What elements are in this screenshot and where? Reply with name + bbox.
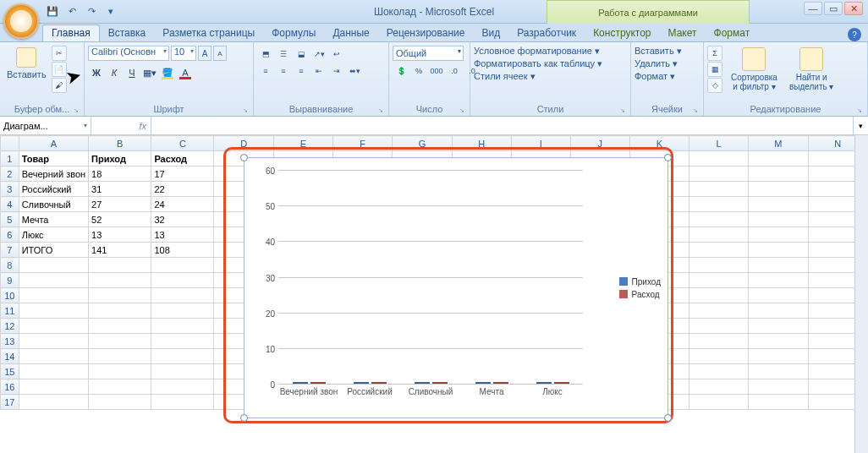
formula-bar-expand[interactable]: ▾ xyxy=(853,117,868,134)
row-header[interactable]: 16 xyxy=(1,379,19,395)
cell[interactable]: 24 xyxy=(151,197,214,212)
cell[interactable]: 22 xyxy=(151,182,214,197)
chart-resize-handle[interactable] xyxy=(240,414,248,422)
row-header[interactable]: 2 xyxy=(1,166,19,182)
shrink-font-button[interactable]: A xyxy=(213,46,227,61)
row-header[interactable]: 10 xyxy=(1,288,19,303)
col-header[interactable]: C xyxy=(151,136,214,151)
chart-object[interactable]: 0102030405060Вечерний звонРоссийскийСлив… xyxy=(244,157,668,418)
fx-button[interactable]: fx xyxy=(91,117,151,134)
underline-button[interactable]: Ч xyxy=(124,64,140,81)
row-header[interactable]: 7 xyxy=(1,243,19,258)
help-button[interactable]: ? xyxy=(848,28,861,41)
row-header[interactable]: 5 xyxy=(1,212,19,227)
borders-button[interactable]: ▦▾ xyxy=(141,64,158,81)
align-middle-button[interactable]: ☰ xyxy=(275,47,292,61)
legend-item[interactable]: Приход xyxy=(619,277,661,287)
col-header[interactable]: M xyxy=(749,136,808,151)
chart-legend[interactable]: ПриходРасход xyxy=(619,274,661,303)
fill-button[interactable]: ▦ xyxy=(707,62,722,77)
delete-cells-button[interactable]: Удалить ▾ xyxy=(635,58,678,69)
insert-cells-button[interactable]: Вставить ▾ xyxy=(635,46,682,57)
cell[interactable]: Мечта xyxy=(19,212,88,227)
cell[interactable]: 17 xyxy=(151,166,214,182)
font-color-button[interactable]: A xyxy=(177,64,194,81)
currency-button[interactable]: 💲 xyxy=(393,64,409,78)
formula-input[interactable] xyxy=(151,117,853,134)
tab-chart-design[interactable]: Конструктор xyxy=(585,25,659,41)
cell[interactable]: Товар xyxy=(19,151,88,166)
cell[interactable]: Расход xyxy=(151,151,214,166)
qat-redo[interactable]: ↷ xyxy=(83,3,100,20)
merge-center-button[interactable]: ⬌▾ xyxy=(346,64,363,78)
cell[interactable]: Вечерний звон xyxy=(19,166,88,182)
tab-view[interactable]: Вид xyxy=(473,25,508,41)
conditional-formatting-button[interactable]: Условное форматирование ▾ xyxy=(474,46,600,57)
legend-item[interactable]: Расход xyxy=(619,290,661,299)
tab-chart-layout[interactable]: Макет xyxy=(660,25,706,41)
restore-button[interactable]: ▭ xyxy=(824,2,843,15)
category-group[interactable]: Люкс xyxy=(522,382,583,384)
increase-indent-button[interactable]: ⇥ xyxy=(328,64,345,78)
number-format-combo[interactable]: Общий ▾ xyxy=(393,46,464,61)
autosum-button[interactable]: Σ xyxy=(707,46,722,61)
increase-decimal-button[interactable]: .0 xyxy=(446,64,463,78)
category-group[interactable]: Мечта xyxy=(461,382,522,384)
col-header[interactable]: A xyxy=(19,136,88,151)
name-box[interactable]: Диаграм... xyxy=(0,117,91,134)
bold-button[interactable]: Ж xyxy=(88,64,105,81)
close-button[interactable]: ✕ xyxy=(844,2,863,15)
find-select-button[interactable]: Найти и выделить ▾ xyxy=(786,46,838,93)
cell[interactable]: 108 xyxy=(151,243,214,258)
row-header[interactable]: 4 xyxy=(1,197,19,212)
tab-formulas[interactable]: Формулы xyxy=(263,25,324,41)
font-size-combo[interactable]: 10 xyxy=(171,46,196,61)
row-header[interactable]: 17 xyxy=(1,395,19,410)
row-header[interactable]: 8 xyxy=(1,258,19,273)
tab-page-layout[interactable]: Разметка страницы xyxy=(154,25,263,41)
row-header[interactable]: 3 xyxy=(1,182,19,197)
align-center-button[interactable]: ≡ xyxy=(275,64,292,78)
sort-filter-button[interactable]: Сортировка и фильтр ▾ xyxy=(728,46,781,93)
cell[interactable]: 27 xyxy=(89,197,151,212)
cut-button[interactable]: ✂ xyxy=(52,46,67,61)
cell[interactable]: Приход xyxy=(89,151,151,166)
col-header[interactable]: L xyxy=(689,136,748,151)
row-header[interactable]: 14 xyxy=(1,349,19,364)
office-button[interactable] xyxy=(3,3,39,39)
cell[interactable]: Люкс xyxy=(19,227,88,243)
tab-developer[interactable]: Разработчик xyxy=(508,25,585,41)
cell[interactable]: 52 xyxy=(89,212,151,227)
tab-review[interactable]: Рецензирование xyxy=(378,25,474,41)
align-bottom-button[interactable]: ⬓ xyxy=(293,47,310,61)
row-header[interactable]: 11 xyxy=(1,303,19,319)
embedded-chart[interactable]: 0102030405060Вечерний звонРоссийскийСлив… xyxy=(228,152,668,418)
category-group[interactable]: Вечерний звон xyxy=(278,382,339,384)
qat-undo[interactable]: ↶ xyxy=(63,3,80,20)
category-group[interactable]: Российский xyxy=(339,382,400,384)
clear-button[interactable]: ◇ xyxy=(707,78,722,93)
copy-button[interactable]: 📄 xyxy=(52,62,67,77)
row-header[interactable]: 13 xyxy=(1,334,19,349)
comma-button[interactable]: 000 xyxy=(428,64,445,78)
cell[interactable]: 141 xyxy=(89,243,151,258)
align-right-button[interactable]: ≡ xyxy=(293,64,310,78)
cell[interactable]: 32 xyxy=(151,212,214,227)
category-group[interactable]: Сливочный xyxy=(400,382,461,384)
col-header[interactable]: B xyxy=(89,136,151,151)
paste-button[interactable]: Вставить xyxy=(3,46,50,81)
tab-data[interactable]: Данные xyxy=(324,25,377,41)
align-left-button[interactable]: ≡ xyxy=(257,64,274,78)
minimize-button[interactable]: — xyxy=(804,2,822,15)
tab-chart-format[interactable]: Формат xyxy=(706,25,759,41)
tab-home[interactable]: Главная xyxy=(42,25,100,41)
chart-resize-handle[interactable] xyxy=(664,414,672,422)
cell[interactable]: 31 xyxy=(89,182,151,197)
select-all-corner[interactable] xyxy=(1,136,19,151)
format-cells-button[interactable]: Формат ▾ xyxy=(635,71,675,82)
format-as-table-button[interactable]: Форматировать как таблицу ▾ xyxy=(474,58,602,69)
cell[interactable]: 13 xyxy=(89,227,151,243)
row-header[interactable]: 15 xyxy=(1,364,19,379)
cell-styles-button[interactable]: Стили ячеек ▾ xyxy=(474,71,536,82)
chart-resize-handle[interactable] xyxy=(664,154,672,161)
